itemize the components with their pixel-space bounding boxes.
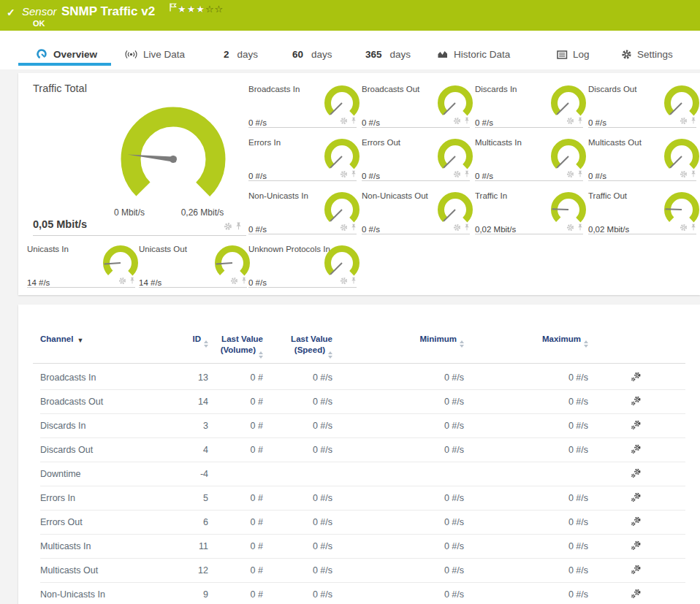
pin-icon[interactable] — [577, 117, 583, 125]
channel-gear-icon[interactable] — [340, 117, 348, 125]
table-row[interactable]: Broadcasts In 13 0 # 0 #/s 0 #/s 0 #/s — [40, 366, 685, 390]
tab-60-days[interactable]: 60 days — [292, 49, 332, 60]
gauge-cell: Non-Unicasts Out 0 #/s — [362, 187, 471, 240]
cell-separator — [139, 287, 247, 288]
pin-icon[interactable] — [241, 277, 247, 285]
table-row[interactable]: Multicasts In 11 0 # 0 #/s 0 #/s 0 #/s — [40, 535, 685, 559]
priority-stars[interactable]: ★★★☆☆ — [178, 4, 224, 15]
flag-icon[interactable] — [170, 3, 177, 12]
column-header-last-value-volume[interactable]: Last Value (Volume) — [208, 334, 263, 357]
channel-gear-icon[interactable] — [224, 222, 232, 231]
edit-channel-gears-icon[interactable] — [631, 540, 642, 551]
column-header-maximum[interactable]: Maximum — [464, 334, 588, 357]
last-value-volume: 0 # — [208, 565, 263, 576]
gauge-value: 0 #/s — [248, 118, 267, 127]
channel-gear-icon[interactable] — [453, 117, 461, 125]
edit-channel-gears-icon[interactable] — [631, 516, 642, 527]
column-header-minimum[interactable]: Minimum — [332, 334, 464, 357]
gauge-label: Discards Out — [588, 85, 636, 93]
pin-icon[interactable] — [129, 277, 135, 285]
pin-icon[interactable] — [351, 117, 357, 125]
pin-icon[interactable] — [464, 117, 470, 125]
gauge-label: Unknown Protocols In — [248, 245, 330, 253]
pin-icon[interactable] — [464, 170, 470, 178]
gauge-cell: Discards In 0 #/s — [475, 80, 585, 134]
pin-icon[interactable] — [464, 223, 470, 232]
gauge-value: 0 #/s — [248, 172, 267, 180]
channel-id: -4 — [168, 469, 208, 479]
tab-number: 60 — [292, 49, 303, 60]
channel-gear-icon[interactable] — [566, 170, 574, 178]
sort-toggle-icon — [584, 340, 588, 348]
channel-gear-icon[interactable] — [680, 223, 688, 232]
minimum-value: 0 #/s — [332, 445, 464, 455]
channel-gear-icon[interactable] — [453, 170, 461, 178]
pin-icon[interactable] — [577, 223, 583, 232]
gauge-icon — [35, 48, 48, 60]
gauge-value: 0 #/s — [362, 118, 380, 127]
edit-channel-gears-icon[interactable] — [631, 444, 642, 454]
channel-name: Multicasts In — [40, 541, 168, 551]
table-row[interactable]: Downtime -4 — [40, 462, 685, 486]
channel-gear-icon[interactable] — [230, 277, 238, 285]
channel-id: 3 — [168, 421, 208, 431]
edit-channel-gears-icon[interactable] — [631, 372, 642, 382]
gauge-needle — [552, 209, 568, 210]
pin-icon[interactable] — [351, 170, 357, 178]
pin-icon[interactable] — [691, 117, 696, 125]
tab-settings[interactable]: Settings — [621, 49, 673, 60]
tab-number: 2 — [224, 49, 229, 60]
tab-live-data[interactable]: Live Data — [124, 49, 185, 60]
maximum-value: 0 #/s — [464, 517, 588, 527]
channel-gear-icon[interactable] — [453, 223, 461, 232]
table-row[interactable]: Non-Unicasts In 9 0 # 0 #/s 0 #/s 0 #/s — [40, 583, 685, 604]
cell-separator — [475, 180, 583, 181]
sort-toggle-icon — [328, 351, 332, 359]
edit-channel-gears-icon[interactable] — [631, 565, 642, 575]
column-header-channel[interactable]: Channel▼ — [40, 334, 168, 357]
pin-icon[interactable] — [351, 277, 357, 285]
tab-historic-data[interactable]: Historic Data — [437, 49, 510, 60]
channel-name: Multicasts Out — [40, 565, 168, 576]
edit-channel-gears-icon[interactable] — [631, 468, 642, 478]
traffic-total-dial — [111, 97, 235, 221]
pin-icon[interactable] — [691, 223, 696, 232]
channel-gear-icon[interactable] — [680, 117, 688, 125]
gauge-label: Traffic In — [475, 191, 507, 200]
table-row[interactable]: Discards In 3 0 # 0 #/s 0 #/s 0 #/s — [40, 414, 685, 438]
last-value-speed: 0 #/s — [263, 421, 332, 431]
edit-channel-gears-icon[interactable] — [631, 589, 642, 599]
tab-365-days[interactable]: 365 days — [365, 49, 411, 60]
column-label: Channel — [40, 335, 73, 343]
channel-gear-icon[interactable] — [680, 170, 688, 178]
tab-2-days[interactable]: 2 days — [224, 49, 258, 60]
cell-separator — [362, 234, 470, 234]
table-row[interactable]: Errors Out 6 0 # 0 #/s 0 #/s 0 #/s — [40, 511, 685, 535]
channel-gear-icon[interactable] — [340, 223, 348, 232]
edit-channel-gears-icon[interactable] — [631, 492, 642, 502]
last-value-speed: 0 #/s — [263, 445, 332, 455]
tab-overview[interactable]: Overview — [35, 48, 97, 60]
table-row[interactable]: Broadcasts Out 14 0 # 0 #/s 0 #/s 0 #/s — [40, 390, 685, 414]
edit-channel-gears-icon[interactable] — [631, 396, 642, 406]
table-row[interactable]: Errors In 5 0 # 0 #/s 0 #/s 0 #/s — [40, 486, 685, 511]
gauge-label: Non-Unicasts In — [248, 191, 308, 200]
channel-gear-icon[interactable] — [118, 277, 126, 285]
edit-channel-gears-icon[interactable] — [631, 420, 642, 430]
tab-log[interactable]: Log — [557, 49, 590, 60]
channel-gear-icon[interactable] — [340, 277, 348, 285]
pin-icon[interactable] — [577, 170, 583, 178]
channel-gear-icon[interactable] — [566, 117, 574, 125]
column-header-id[interactable]: ID — [168, 334, 208, 357]
pin-icon[interactable] — [351, 223, 357, 232]
channel-gear-icon[interactable] — [340, 170, 348, 178]
gauge-label: Errors In — [248, 138, 281, 147]
table-row[interactable]: Discards Out 4 0 # 0 #/s 0 #/s 0 #/s — [40, 438, 685, 462]
column-header-last-value-speed[interactable]: Last Value (Speed) — [263, 334, 332, 357]
pin-icon[interactable] — [235, 222, 242, 231]
channel-gear-icon[interactable] — [566, 223, 574, 232]
channel-id: 12 — [168, 565, 208, 576]
gauge-label: Unicasts Out — [139, 245, 187, 253]
pin-icon[interactable] — [691, 170, 696, 178]
table-row[interactable]: Multicasts Out 12 0 # 0 #/s 0 #/s 0 #/s — [40, 559, 685, 583]
